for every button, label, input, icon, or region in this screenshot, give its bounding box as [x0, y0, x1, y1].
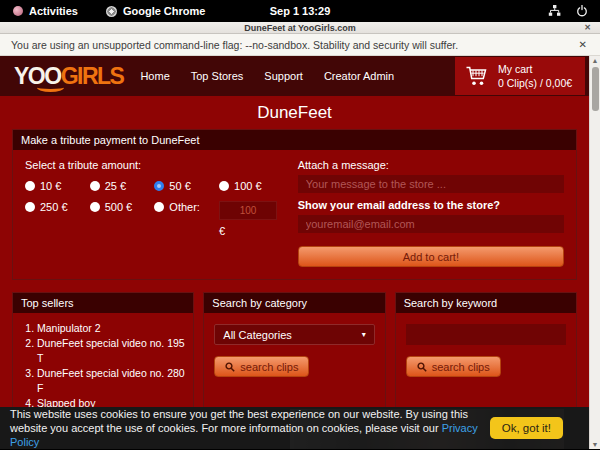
search-icon [225, 362, 235, 372]
screen: Activities Google Chrome Sep 1 13:29 Dun… [0, 0, 600, 450]
search-clips-label: search clips [432, 361, 490, 373]
window-title: DuneFeet at YooGirls.com [244, 23, 356, 33]
scrollbar[interactable]: ▲ ▼ [589, 56, 600, 449]
other-amount-input[interactable] [219, 201, 277, 220]
email-label: Show your email address to the store? [298, 199, 564, 211]
message-input[interactable] [298, 175, 564, 193]
system-tray [548, 5, 588, 17]
warning-close-icon[interactable]: ✕ [579, 39, 587, 50]
main-nav: Home Top Stores Support Creator Admin [140, 70, 394, 82]
nav-creator-admin[interactable]: Creator Admin [324, 70, 394, 82]
bottom-panels: Top sellers Manipulator 2 DuneFeet speci… [12, 292, 577, 407]
warning-text: You are using an unsupported command-lin… [11, 39, 458, 51]
nav-support[interactable]: Support [264, 70, 303, 82]
window-close-icon[interactable]: ✕ [584, 22, 591, 34]
top-sellers-list: Manipulator 2 DuneFeet special video no.… [13, 313, 193, 407]
chevron-down-icon: ▾ [362, 330, 366, 339]
cookie-text: This website uses cookies to ensure you … [10, 407, 478, 449]
tribute-option-other[interactable]: Other: [154, 201, 219, 213]
tribute-option-250[interactable]: 250 € [25, 201, 90, 213]
search-keyword-header: Search by keyword [396, 293, 576, 313]
tribute-option-50-selected[interactable]: 50 € [154, 180, 219, 192]
message-label: Attach a message: [298, 159, 564, 171]
page-main: DuneFeet Make a tribute payment to DuneF… [0, 96, 589, 407]
cookie-footer: This website uses cookies to ensure you … [0, 407, 589, 449]
search-clips-keyword-button[interactable]: search clips [406, 356, 501, 377]
radio-icon [25, 181, 35, 191]
nav-home[interactable]: Home [140, 70, 169, 82]
logo-smile-icon [37, 83, 64, 92]
tribute-amount-label: Select a tribute amount: [25, 159, 284, 171]
radio-checked-icon [154, 181, 164, 191]
tribute-panel-header: Make a tribute payment to DuneFeet [13, 130, 576, 150]
search-clips-category-button[interactable]: search clips [214, 356, 309, 377]
site-header: YOOGIRLS Home Top Stores Support Creator… [0, 56, 589, 96]
search-clips-label: search clips [240, 361, 298, 373]
radio-icon [154, 202, 164, 212]
scrollbar-up-icon[interactable]: ▲ [592, 56, 599, 65]
keyword-input[interactable] [406, 324, 566, 345]
top-sellers-header: Top sellers [13, 293, 193, 313]
cart-label: My cart [498, 62, 572, 76]
currency-label: € [219, 225, 284, 237]
add-to-cart-button[interactable]: Add to cart! [298, 246, 564, 267]
cookie-text-body: This website uses cookies to ensure you … [10, 408, 468, 434]
tribute-option-500[interactable]: 500 € [90, 201, 155, 213]
cookie-accept-button[interactable]: Ok, got it! [490, 417, 563, 439]
logo-text-girls: GIRLS [61, 63, 124, 89]
radio-label: 10 € [40, 180, 61, 192]
activities-button[interactable]: Activities [13, 5, 78, 17]
app-menu-label: Google Chrome [123, 5, 206, 17]
radio-label: 25 € [105, 180, 126, 192]
scrollbar-thumb[interactable] [592, 67, 599, 111]
cart-summary: 0 Clip(s) / 0,00€ [498, 76, 572, 90]
radio-label: 250 € [40, 201, 68, 213]
app-menu-button[interactable]: Google Chrome [106, 5, 206, 17]
tribute-option-100[interactable]: 100 € [219, 180, 284, 192]
search-category-header: Search by category [204, 293, 384, 313]
category-select-value: All Categories [223, 329, 291, 341]
clock: Sep 1 13:29 [0, 5, 600, 17]
radio-label: 100 € [234, 180, 262, 192]
category-select[interactable]: All Categories ▾ [214, 324, 374, 345]
scrollbar-down-icon[interactable]: ▼ [592, 440, 599, 449]
top-seller-item[interactable]: Manipulator 2 [37, 321, 187, 336]
chrome-icon [106, 6, 117, 17]
top-seller-item[interactable]: DuneFeet special video no. 280 F [37, 366, 187, 396]
radio-icon [25, 202, 35, 212]
distro-icon [13, 6, 23, 16]
radio-icon [90, 181, 100, 191]
radio-label: 50 € [169, 180, 190, 192]
cart-icon [465, 65, 489, 88]
search-icon [417, 362, 427, 372]
search-category-panel: Search by category All Categories ▾ [203, 292, 385, 407]
email-input[interactable] [298, 215, 564, 233]
chrome-warning-bar: You are using an unsupported command-lin… [0, 34, 600, 56]
activities-label: Activities [29, 5, 78, 17]
window-titlebar[interactable]: DuneFeet at YooGirls.com ✕ [0, 22, 600, 34]
page-title: DuneFeet [0, 96, 589, 129]
top-seller-item[interactable]: DuneFeet special video no. 195 T [37, 336, 187, 366]
tribute-option-10[interactable]: 10 € [25, 180, 90, 192]
radio-icon [90, 202, 100, 212]
radio-label: 500 € [105, 201, 133, 213]
top-seller-item[interactable]: Slapped boy [37, 396, 187, 407]
tribute-panel: Make a tribute payment to DuneFeet Selec… [12, 129, 577, 280]
cart-button[interactable]: My cart 0 Clip(s) / 0,00€ [455, 57, 585, 95]
top-sellers-panel: Top sellers Manipulator 2 DuneFeet speci… [12, 292, 194, 407]
browser-viewport: YOOGIRLS Home Top Stores Support Creator… [0, 56, 600, 449]
tribute-option-25[interactable]: 25 € [90, 180, 155, 192]
site-logo[interactable]: YOOGIRLS [14, 65, 123, 88]
cookie-consent-bar: This website uses cookies to ensure you … [0, 407, 589, 449]
network-icon[interactable] [548, 5, 561, 17]
radio-icon [219, 181, 229, 191]
radio-label: Other: [169, 201, 200, 213]
power-icon[interactable] [576, 5, 588, 17]
gnome-top-bar: Activities Google Chrome Sep 1 13:29 [0, 0, 600, 22]
search-keyword-panel: Search by keyword search clips [395, 292, 577, 407]
tribute-amount-options: 10 € 25 € 50 € [25, 180, 284, 237]
nav-top-stores[interactable]: Top Stores [191, 70, 244, 82]
